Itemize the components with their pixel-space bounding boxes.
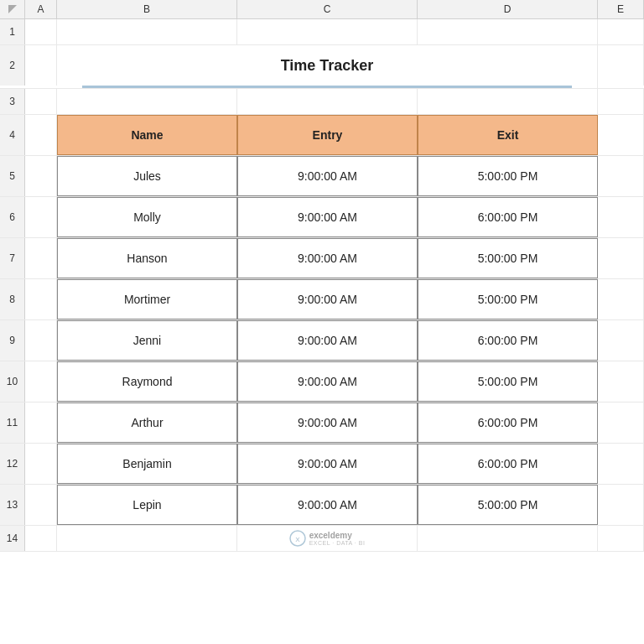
cell-b1[interactable]	[57, 19, 237, 44]
cell-e9[interactable]	[598, 320, 644, 361]
cell-a10[interactable]	[25, 361, 57, 402]
name-mortimer[interactable]: Mortimer	[57, 279, 237, 319]
cell-d14[interactable]	[418, 526, 598, 551]
cell-a2[interactable]	[25, 45, 57, 86]
name-raymond[interactable]: Raymond	[57, 361, 237, 402]
exit-jenni[interactable]: 6:00:00 PM	[418, 320, 598, 361]
row-12: 12 Benjamin 9:00:00 AM 6:00:00 PM	[0, 444, 644, 485]
sheet-body: 1 2 Time Tracker 3	[0, 19, 644, 644]
col-header-e[interactable]: E	[598, 0, 644, 18]
cell-e7[interactable]	[598, 238, 644, 278]
row-6: 6 Molly 9:00:00 AM 6:00:00 PM	[0, 197, 644, 238]
cell-e14[interactable]	[598, 526, 644, 551]
row-num-13: 13	[0, 485, 25, 525]
entry-raymond[interactable]: 9:00:00 AM	[237, 361, 418, 402]
spreadsheet: A B C D E 1 2 Time Tracker 3	[0, 0, 644, 644]
name-hanson[interactable]: Hanson	[57, 238, 237, 278]
row-num-9: 9	[0, 320, 25, 361]
table-header-exit: Exit	[418, 115, 598, 155]
cell-d1[interactable]	[418, 19, 598, 44]
cell-e10[interactable]	[598, 361, 644, 402]
cell-a7[interactable]	[25, 238, 57, 278]
exit-molly[interactable]: 6:00:00 PM	[418, 197, 598, 237]
cell-a9[interactable]	[25, 320, 57, 361]
row-num-8: 8	[0, 279, 25, 319]
table-header-name: Name	[57, 115, 237, 155]
cell-a6[interactable]	[25, 197, 57, 237]
entry-benjamin[interactable]: 9:00:00 AM	[237, 444, 418, 484]
cell-b14[interactable]	[57, 526, 237, 551]
row-2: 2 Time Tracker	[0, 45, 644, 89]
cell-a4[interactable]	[25, 115, 57, 155]
cell-a5[interactable]	[25, 156, 57, 196]
entry-mortimer[interactable]: 9:00:00 AM	[237, 279, 418, 319]
cell-a11[interactable]	[25, 402, 57, 443]
name-jenni[interactable]: Jenni	[57, 320, 237, 361]
name-jules[interactable]: Jules	[57, 156, 237, 196]
corner-cell	[0, 0, 25, 18]
row-7: 7 Hanson 9:00:00 AM 5:00:00 PM	[0, 238, 644, 279]
row-4: 4 Name Entry Exit	[0, 115, 644, 156]
col-header-c[interactable]: C	[237, 0, 418, 18]
cell-e3[interactable]	[598, 89, 644, 114]
name-lepin[interactable]: Lepin	[57, 485, 237, 525]
entry-arthur[interactable]: 9:00:00 AM	[237, 402, 418, 443]
cell-e4[interactable]	[598, 115, 644, 155]
row-5: 5 Jules 9:00:00 AM 5:00:00 PM	[0, 156, 644, 197]
cell-e11[interactable]	[598, 402, 644, 443]
row-11: 11 Arthur 9:00:00 AM 6:00:00 PM	[0, 402, 644, 444]
cell-c1[interactable]	[237, 19, 418, 44]
title-underline	[82, 86, 572, 88]
cell-a12[interactable]	[25, 444, 57, 484]
entry-hanson[interactable]: 9:00:00 AM	[237, 238, 418, 278]
row-num-5: 5	[0, 156, 25, 196]
row-num-3: 3	[0, 89, 25, 114]
entry-lepin[interactable]: 9:00:00 AM	[237, 485, 418, 525]
cell-e5[interactable]	[598, 156, 644, 196]
cell-e13[interactable]	[598, 485, 644, 525]
row-num-6: 6	[0, 197, 25, 237]
col-header-d[interactable]: D	[418, 0, 598, 18]
cell-d3[interactable]	[418, 89, 598, 114]
row-num-4: 4	[0, 115, 25, 155]
entry-jenni[interactable]: 9:00:00 AM	[237, 320, 418, 361]
name-molly[interactable]: Molly	[57, 197, 237, 237]
entry-molly[interactable]: 9:00:00 AM	[237, 197, 418, 237]
exit-benjamin[interactable]: 6:00:00 PM	[418, 444, 598, 484]
name-arthur[interactable]: Arthur	[57, 402, 237, 443]
cell-a1[interactable]	[25, 19, 57, 44]
name-benjamin[interactable]: Benjamin	[57, 444, 237, 484]
exit-mortimer[interactable]: 5:00:00 PM	[418, 279, 598, 319]
exit-lepin[interactable]: 5:00:00 PM	[418, 485, 598, 525]
exit-raymond[interactable]: 5:00:00 PM	[418, 361, 598, 402]
cell-a14[interactable]	[25, 526, 57, 551]
cell-b3[interactable]	[57, 89, 237, 114]
cell-a8[interactable]	[25, 279, 57, 319]
cell-e8[interactable]	[598, 279, 644, 319]
exit-hanson[interactable]: 5:00:00 PM	[418, 238, 598, 278]
cell-a13[interactable]	[25, 485, 57, 525]
svg-text:X: X	[295, 536, 300, 543]
cell-e6[interactable]	[598, 197, 644, 237]
cell-e1[interactable]	[598, 19, 644, 44]
cell-e2[interactable]	[598, 45, 644, 86]
cell-e12[interactable]	[598, 444, 644, 484]
column-headers: A B C D E	[0, 0, 644, 19]
cell-a3[interactable]	[25, 89, 57, 114]
col-header-a[interactable]: A	[25, 0, 57, 18]
entry-jules[interactable]: 9:00:00 AM	[237, 156, 418, 196]
row-num-12: 12	[0, 444, 25, 484]
svg-marker-0	[8, 5, 17, 13]
cell-c3[interactable]	[237, 89, 418, 114]
row-13: 13 Lepin 9:00:00 AM 5:00:00 PM	[0, 485, 644, 526]
row-num-7: 7	[0, 238, 25, 278]
row-14: 14 X exceldemy EXCEL · DATA · BI	[0, 526, 644, 552]
row-10: 10 Raymond 9:00:00 AM 5:00:00 PM	[0, 361, 644, 402]
col-header-b[interactable]: B	[57, 0, 237, 18]
row-num-11: 11	[0, 402, 25, 443]
watermark: X exceldemy EXCEL · DATA · BI	[289, 530, 366, 547]
row-8: 8 Mortimer 9:00:00 AM 5:00:00 PM	[0, 279, 644, 320]
exit-arthur[interactable]: 6:00:00 PM	[418, 402, 598, 443]
exit-jules[interactable]: 5:00:00 PM	[418, 156, 598, 196]
row-num-10: 10	[0, 361, 25, 402]
